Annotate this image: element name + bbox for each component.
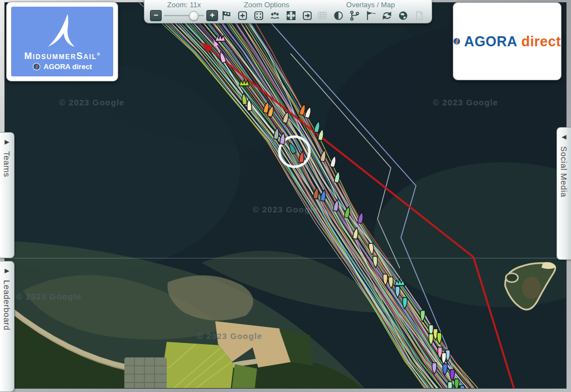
grid-icon[interactable]: [315, 9, 329, 22]
town: [124, 357, 167, 389]
dice-icon[interactable]: [251, 9, 265, 22]
zoom-group: Zoom: 11x − +: [150, 1, 218, 22]
google-watermark: © 2023 Google: [197, 331, 262, 341]
enter-icon[interactable]: [300, 9, 314, 22]
google-watermark: © 2023 Google: [253, 205, 318, 214]
agora-brand-text: AGORA: [464, 33, 517, 50]
sail-icon: [45, 13, 80, 50]
midsummersail-title: MidsummerSail®: [24, 51, 100, 61]
map-toolbar: Zoom: 11x − + Zoom Options: [144, 0, 432, 23]
leader-crown-icon: [215, 35, 225, 41]
leaderboard-tab-label: Leaderboard: [2, 280, 12, 331]
overlays-label: Overlays / Map: [346, 1, 395, 9]
leader-crown-icon: [239, 79, 249, 86]
add-waypoint-icon[interactable]: [235, 9, 249, 22]
contrast-icon[interactable]: [331, 9, 345, 22]
agora-direct-label: AGORA direct: [43, 62, 92, 71]
island-lagoon: [506, 273, 518, 282]
agora-icon: [453, 32, 460, 50]
social-media-tab-label: Social Media: [559, 146, 569, 197]
teams-tab-label: Teams: [2, 151, 12, 177]
race-flag-icon[interactable]: [219, 9, 233, 22]
google-watermark: © 2023 Google: [433, 98, 498, 107]
midsummersail-logo: MidsummerSail® AGORA direct: [11, 7, 113, 76]
expand-left-icon: ◀: [562, 133, 566, 141]
google-watermark: © 2023 Google: [59, 98, 124, 107]
boat-marker[interactable]: [460, 386, 464, 389]
boat-marker[interactable]: [448, 382, 452, 389]
zoom-options-label: Zoom Options: [244, 1, 289, 9]
agora-icon: [32, 62, 41, 71]
globe-icon[interactable]: [396, 9, 410, 22]
expand-right-icon: ▶: [4, 267, 9, 274]
zoom-options-group: Zoom Options: [219, 1, 314, 22]
agora-direct-row: AGORA direct: [32, 62, 92, 71]
leader-crown-icon: [395, 279, 405, 285]
tab-social-media[interactable]: ◀ Social Media: [557, 127, 571, 260]
island-interior: [522, 277, 541, 299]
agora-direct-text: direct: [521, 33, 561, 50]
zoom-in-button[interactable]: +: [206, 10, 218, 21]
zoom-level-label: Zoom: 11x: [167, 1, 201, 9]
midsummersail-logo-card[interactable]: MidsummerSail® AGORA direct: [6, 2, 118, 81]
google-watermark: © 2023 Google: [16, 292, 81, 301]
zoom-slider-handle[interactable]: [189, 11, 199, 21]
wind-pennant-icon[interactable]: [364, 9, 378, 22]
tab-teams[interactable]: ▶ Teams: [0, 132, 14, 258]
expand-icon[interactable]: [284, 9, 298, 22]
group-icon[interactable]: [268, 9, 282, 22]
zoom-out-button[interactable]: −: [150, 10, 162, 21]
page-icon[interactable]: [412, 9, 426, 22]
expand-right-icon: ▶: [4, 138, 9, 146]
overlays-group: Overlays / Map: [315, 1, 426, 22]
agora-direct-logo-card[interactable]: AGORA direct: [453, 2, 562, 80]
swap-icon[interactable]: [380, 9, 394, 22]
zoom-slider[interactable]: [164, 11, 204, 21]
tab-leaderboard[interactable]: ▶ Leaderboard: [0, 261, 14, 392]
boat-marker[interactable]: [454, 379, 459, 389]
route-icon[interactable]: [347, 9, 361, 22]
